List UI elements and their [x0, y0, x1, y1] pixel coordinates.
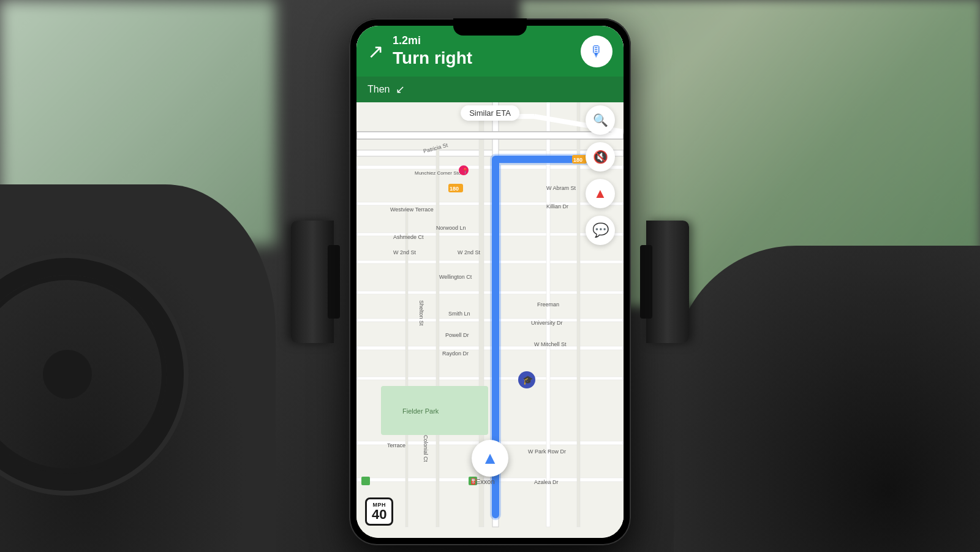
mute-icon: 🔇: [593, 149, 608, 164]
phone-notch: [453, 18, 527, 36]
speed-limit-value: 40: [372, 508, 386, 521]
location-icon: ▲: [481, 448, 499, 468]
dashboard-right: [674, 246, 980, 552]
speed-limit-sign: MPH 40: [365, 497, 393, 526]
mute-button[interactable]: 🔇: [586, 142, 615, 172]
svg-text:University Dr: University Dr: [531, 320, 563, 326]
svg-rect-18: [356, 132, 624, 139]
mount-clamp-left: [291, 221, 334, 343]
then-instruction: Then ↙: [356, 77, 624, 102]
scene: Patricia St W Abram St Killian Dr Norwoo…: [0, 0, 980, 552]
svg-rect-47: [361, 477, 370, 485]
svg-text:Munchiez Corner Store: Munchiez Corner Store: [415, 170, 466, 176]
svg-text:Fielder Park: Fielder Park: [402, 407, 439, 415]
svg-rect-15: [436, 147, 439, 527]
svg-text:Shelton St: Shelton St: [418, 300, 424, 326]
search-icon: 🔍: [593, 113, 608, 127]
turn-distance: 1.2mi: [393, 34, 472, 48]
phone-mount: Patricia St W Abram St Killian Dr Norwoo…: [318, 18, 662, 545]
svg-text:📍: 📍: [462, 167, 469, 175]
phone-screen: Patricia St W Abram St Killian Dr Norwoo…: [356, 26, 624, 538]
feedback-icon: 💬: [592, 222, 609, 238]
svg-text:⛽: ⛽: [470, 477, 478, 485]
microphone-icon: 🎙: [589, 43, 604, 60]
compass-icon: ▲: [594, 186, 607, 202]
svg-text:Freeman: Freeman: [537, 301, 559, 308]
mount-clamp-right: [646, 221, 689, 343]
svg-text:W 2nd St: W 2nd St: [393, 249, 417, 255]
svg-text:Terrace: Terrace: [387, 442, 405, 448]
svg-text:180: 180: [573, 157, 582, 163]
search-button[interactable]: 🔍: [586, 105, 615, 135]
compass-button[interactable]: ▲: [586, 179, 615, 208]
turn-street: Turn right: [393, 48, 472, 69]
svg-text:W Mitchell St: W Mitchell St: [534, 341, 567, 347]
svg-text:Westview Terrace: Westview Terrace: [390, 206, 434, 213]
svg-text:Ashmede Ct: Ashmede Ct: [393, 234, 424, 240]
svg-text:Smith Ln: Smith Ln: [448, 311, 470, 317]
svg-text:Colonial Ct: Colonial Ct: [423, 435, 429, 463]
svg-rect-14: [577, 37, 580, 527]
svg-text:Exxon: Exxon: [476, 478, 495, 485]
location-arrow[interactable]: ▲: [472, 440, 508, 477]
svg-text:Raydon Dr: Raydon Dr: [442, 350, 469, 357]
svg-text:W 2nd St: W 2nd St: [458, 249, 481, 255]
eta-badge-text: Similar ETA: [469, 108, 511, 118]
eta-badge: Similar ETA: [461, 105, 519, 121]
steering-wheel: [0, 258, 184, 491]
svg-text:Powell Dr: Powell Dr: [445, 332, 469, 338]
turn-arrow-icon: ↗: [368, 42, 384, 61]
then-label: Then: [368, 84, 390, 95]
svg-text:Azalea Dr: Azalea Dr: [534, 479, 559, 485]
svg-text:W Park Row Dr: W Park Row Dr: [528, 448, 566, 455]
voice-button[interactable]: 🎙: [581, 36, 612, 67]
map-controls: 🔍 🔇 ▲ 💬: [586, 105, 615, 245]
svg-text:W Abram St: W Abram St: [546, 185, 576, 191]
dashboard-left: [0, 184, 276, 552]
svg-text:Killian Dr: Killian Dr: [546, 203, 568, 210]
svg-text:180: 180: [450, 186, 459, 192]
svg-rect-16: [405, 208, 408, 527]
svg-text:Wellington Ct: Wellington Ct: [439, 274, 472, 280]
svg-text:Norwood Ln: Norwood Ln: [436, 225, 466, 231]
svg-text:🎓: 🎓: [522, 375, 533, 385]
nav-header: ↗ 1.2mi Turn right 🎙 Then ↙: [356, 26, 624, 102]
phone: Patricia St W Abram St Killian Dr Norwoo…: [349, 18, 631, 545]
feedback-button[interactable]: 💬: [586, 216, 615, 245]
then-arrow-icon: ↙: [396, 83, 405, 96]
